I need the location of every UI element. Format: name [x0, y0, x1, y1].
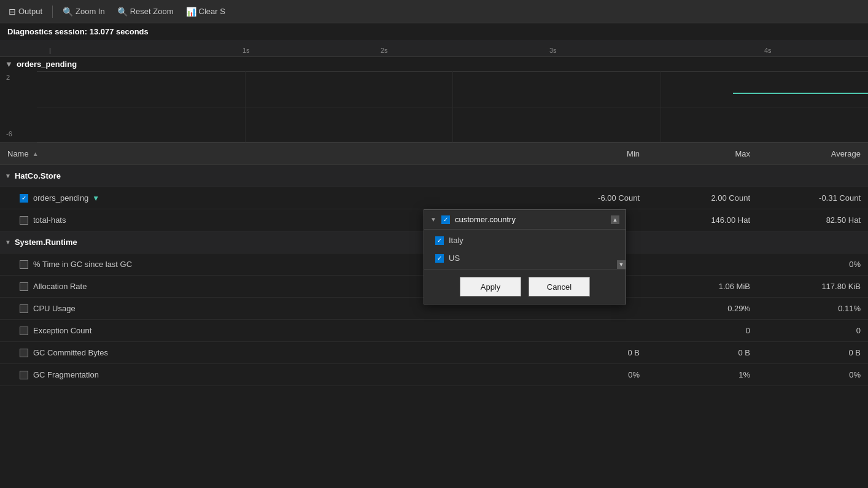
chart-data-line	[733, 93, 868, 94]
td-min-orders-pending: -6.00 Count	[537, 193, 647, 203]
checkbox-us[interactable]	[435, 254, 444, 263]
filter-icon-orders-pending[interactable]: ▼	[92, 194, 99, 203]
chart-title: orders_pending	[17, 60, 77, 69]
list-item-italy: Italy	[430, 233, 611, 247]
output-icon: ⊟	[9, 7, 16, 17]
popup-header-checkbox[interactable]	[441, 215, 450, 224]
th-max: Max	[647, 149, 758, 158]
grid-vline-1	[245, 71, 246, 142]
table-row: Exception Count 0 0	[0, 320, 868, 342]
group-system-triangle: ▼	[5, 239, 11, 246]
table-row: GC Fragmentation 0% 1% 0%	[0, 364, 868, 386]
th-min: Min	[537, 149, 647, 158]
scrollbar-down-btn[interactable]: ▼	[617, 260, 626, 269]
tick-4s: 4s	[764, 47, 772, 54]
th-average: Average	[758, 149, 868, 158]
checkbox-exception-count[interactable]	[20, 327, 28, 335]
td-max-exception-count: 0	[647, 326, 758, 335]
td-min-gc-committed: 0 B	[537, 348, 647, 357]
td-max-cpu-usage: 0.29%	[647, 304, 758, 313]
row-label-cpu-usage: CPU Usage	[33, 304, 76, 313]
td-max-orders-pending: 2.00 Count	[647, 193, 758, 203]
apply-button[interactable]: Apply	[460, 277, 521, 296]
output-label: Output	[18, 7, 42, 16]
td-max-total-hats: 146.00 Hat	[647, 215, 758, 225]
tick-2s: 2s	[381, 47, 388, 54]
clear-icon: 📊	[186, 7, 196, 17]
popup-collapse-icon[interactable]: ▼	[430, 216, 436, 223]
reset-zoom-icon: 🔍	[117, 7, 128, 17]
td-name-exception-count: Exception Count	[0, 326, 537, 335]
toolbar: ⊟ Output 🔍 Zoom In 🔍 Reset Zoom 📊 Clear …	[0, 0, 868, 23]
popup-footer: Apply Cancel	[424, 269, 626, 304]
filter-popup: ▼ customer.country ▲ Italy US ▼	[424, 209, 626, 304]
td-avg-cpu-usage: 0.11%	[758, 304, 868, 313]
label-us: US	[449, 254, 460, 263]
separator-1	[52, 6, 53, 18]
grid-vline-2	[452, 71, 453, 142]
td-avg-total-hats: 82.50 Hat	[758, 215, 868, 225]
row-label-gc-committed: GC Committed Bytes	[33, 348, 108, 357]
td-avg-orders-pending: -0.31 Count	[758, 193, 868, 203]
group-hatco[interactable]: ▼ HatCo.Store	[0, 165, 868, 187]
row-label-exception-count: Exception Count	[33, 326, 91, 335]
table-header: Name ▲ Min Max Average	[0, 143, 868, 165]
clear-button[interactable]: 📊 Clear S	[182, 6, 229, 18]
chart-area: ▼ orders_pending 2 -6	[0, 57, 868, 143]
td-max-gc-committed: 0 B	[647, 348, 758, 357]
row-label-alloc-rate: Allocation Rate	[33, 282, 87, 291]
group-hatco-triangle: ▼	[5, 172, 11, 179]
checkbox-gc-frag[interactable]	[20, 371, 28, 379]
td-avg-gc-time: 0%	[758, 260, 868, 269]
row-label-gc-time: % Time in GC since last GC	[33, 260, 132, 269]
reset-zoom-button[interactable]: 🔍 Reset Zoom	[114, 6, 177, 18]
chart-y-top: 2	[6, 74, 10, 81]
table-row: orders_pending ▼ -6.00 Count 2.00 Count …	[0, 187, 868, 209]
td-avg-exception-count: 0	[758, 326, 868, 335]
td-name-cpu-usage: CPU Usage	[0, 304, 537, 313]
popup-header: ▼ customer.country ▲	[424, 210, 626, 230]
td-name-gc-committed: GC Committed Bytes	[0, 348, 537, 357]
td-min-gc-frag: 0%	[537, 370, 647, 379]
checkbox-total-hats[interactable]	[20, 216, 28, 225]
zoom-in-label: Zoom In	[76, 7, 105, 16]
checkbox-gc-committed[interactable]	[20, 349, 28, 357]
td-max-gc-frag: 1%	[647, 370, 758, 379]
td-name-orders-pending: orders_pending ▼	[0, 193, 537, 203]
sort-icon[interactable]: ▲	[33, 150, 39, 157]
grid-vline-3	[661, 71, 661, 142]
zoom-in-icon: 🔍	[63, 7, 73, 17]
checkbox-alloc-rate[interactable]	[20, 282, 28, 291]
timeline: | 1s 2s 3s 4s	[0, 40, 868, 57]
row-label-total-hats: total-hats	[33, 215, 66, 225]
checkbox-italy[interactable]	[435, 236, 444, 245]
label-italy: Italy	[449, 236, 463, 245]
td-avg-alloc-rate: 117.80 KiB	[758, 282, 868, 291]
tick-3s: 3s	[549, 47, 557, 54]
timeline-start: |	[49, 47, 51, 54]
checkbox-gc-time[interactable]	[20, 260, 28, 269]
td-name-gc-frag: GC Fragmentation	[0, 370, 537, 379]
chart-header: ▼ orders_pending	[0, 57, 868, 71]
zoom-in-button[interactable]: 🔍 Zoom In	[59, 6, 109, 18]
td-avg-gc-frag: 0%	[758, 370, 868, 379]
group-hatco-label: HatCo.Store	[15, 171, 61, 180]
popup-list: Italy US ▼	[424, 230, 626, 269]
diagnostics-label: Diagnostics session: 13.077 seconds	[0, 23, 868, 40]
th-name: Name ▲	[0, 149, 537, 158]
list-item-us: US	[430, 251, 611, 265]
td-avg-gc-committed: 0 B	[758, 348, 868, 357]
chart-collapse-icon[interactable]: ▼	[5, 60, 13, 69]
reset-zoom-label: Reset Zoom	[130, 7, 174, 16]
group-system-label: System.Runtime	[15, 238, 77, 247]
main-content: Name ▲ Min Max Average ▼ HatCo.Store ord…	[0, 143, 868, 488]
row-label-gc-frag: GC Fragmentation	[33, 370, 99, 379]
checkbox-orders-pending[interactable]	[20, 194, 28, 203]
td-max-alloc-rate: 1.06 MiB	[647, 282, 758, 291]
tick-1s: 1s	[242, 47, 250, 54]
row-label-orders-pending: orders_pending	[33, 193, 88, 203]
checkbox-cpu-usage[interactable]	[20, 304, 28, 313]
output-button[interactable]: ⊟ Output	[5, 6, 46, 18]
cancel-button[interactable]: Cancel	[529, 277, 590, 296]
scrollbar-up-btn[interactable]: ▲	[611, 215, 619, 224]
